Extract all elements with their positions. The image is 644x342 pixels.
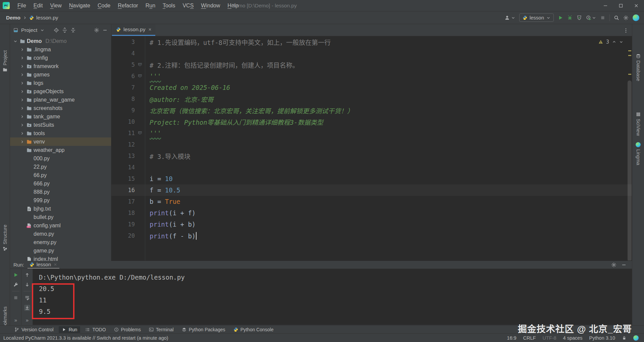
editor-gutter[interactable]: 11 <box>111 130 145 136</box>
editor-gutter[interactable]: 20 <box>111 232 145 239</box>
menu-tools[interactable]: Tools <box>159 0 179 11</box>
run-button[interactable] <box>558 15 563 20</box>
menu-file[interactable]: File <box>14 0 30 11</box>
fold-marker-icon[interactable] <box>135 74 145 78</box>
tree-item-enemy.py[interactable]: enemy.py <box>10 238 111 246</box>
run-config-select[interactable]: lesson <box>519 13 554 22</box>
tree-item-999.py[interactable]: 999.py <box>10 196 111 205</box>
code-line-11[interactable]: 11''' <box>111 127 632 139</box>
lock-icon[interactable] <box>622 336 627 340</box>
editor-gutter[interactable]: 14 <box>111 164 145 171</box>
soft-wrap-icon[interactable] <box>24 295 30 300</box>
code-line-13[interactable]: 13# 3.导入模块 <box>111 150 632 162</box>
warning-stripe-mark[interactable] <box>628 50 631 51</box>
tree-item-666.py[interactable]: 666.py <box>10 179 111 188</box>
tool-strip-sciview[interactable]: SciView <box>632 112 644 136</box>
fold-marker-icon[interactable] <box>138 63 142 67</box>
toolwindow-button-run[interactable]: Run <box>59 326 80 333</box>
run-tab-lesson[interactable]: lesson <box>28 261 59 269</box>
tree-item-logs[interactable]: logs <box>10 79 111 87</box>
tree-item-testSuits[interactable]: testSuits <box>10 121 111 129</box>
tree-item-demo.py[interactable]: demo.py <box>10 230 111 238</box>
status-file-encoding[interactable]: UTF-8 <box>542 335 556 341</box>
fold-marker-icon[interactable] <box>138 74 142 78</box>
tree-item-000.py[interactable]: 000.py <box>10 154 111 163</box>
code-line-6[interactable]: 6''' <box>111 70 632 82</box>
editor-gutter[interactable]: 17 <box>111 198 145 205</box>
status-interpreter[interactable]: Python 3.10 <box>589 335 615 341</box>
tree-item-Demo[interactable]: DemoD:\Demo <box>10 37 111 45</box>
status-indent-style[interactable]: 4 spaces <box>563 335 583 341</box>
editor-gutter[interactable]: 13 <box>111 153 145 159</box>
menu-navigate[interactable]: Navigate <box>65 0 94 11</box>
chevron-down-icon[interactable] <box>13 39 18 43</box>
warning-stripe-mark[interactable] <box>628 55 631 56</box>
chevron-right-icon[interactable] <box>19 98 25 102</box>
toolwindow-button-problems[interactable]: Problems <box>111 326 144 333</box>
chevron-down-icon[interactable] <box>40 28 44 32</box>
tree-item-config.yaml[interactable]: YMLconfig.yaml <box>10 221 111 230</box>
code-line-14[interactable]: 14 <box>111 162 632 173</box>
code-line-17[interactable]: 17b = True <box>111 196 632 207</box>
toolwindow-button-python-console[interactable]: Python Console <box>230 326 277 333</box>
editor-gutter[interactable]: 3 <box>111 39 145 45</box>
code-line-7[interactable]: 7Created on 2025-06-16 <box>111 82 632 93</box>
collapse-all-icon[interactable] <box>70 27 76 33</box>
chevron-right-icon[interactable] <box>19 48 25 52</box>
editor-gutter[interactable]: 10 <box>111 118 145 125</box>
chevron-right-icon[interactable] <box>19 81 25 85</box>
maximize-icon[interactable] <box>613 0 629 11</box>
run-settings-icon[interactable] <box>13 282 18 287</box>
search-everywhere-icon[interactable] <box>614 15 619 20</box>
tree-item-tank_game[interactable]: tank_game <box>10 112 111 121</box>
debug-button[interactable] <box>567 15 573 20</box>
tree-item-screenshots[interactable]: screenshots <box>10 104 111 112</box>
toolwindow-button-version-control[interactable]: Version Control <box>11 326 57 333</box>
toolwindow-button-terminal[interactable]: Terminal <box>146 326 177 333</box>
tree-item-index.html[interactable]: index.html <box>10 255 111 261</box>
next-warning-icon[interactable] <box>619 40 623 44</box>
close-icon[interactable] <box>53 263 57 267</box>
chevron-right-icon[interactable] <box>19 56 25 60</box>
tree-item-66.py[interactable]: 66.py <box>10 171 111 179</box>
tree-item-bullet.py[interactable]: bullet.py <box>10 213 111 221</box>
tree-item-plane_war_game[interactable]: plane_war_game <box>10 96 111 104</box>
tool-strip-database[interactable]: Database <box>632 54 644 81</box>
fold-marker-icon[interactable] <box>135 131 145 135</box>
code-line-5[interactable]: 5# 2.注释：包括记录创建时间，创建人，项目名称。 <box>111 59 632 70</box>
hide-run-panel-icon[interactable] <box>621 262 627 268</box>
code-line-4[interactable]: 4 <box>111 48 632 59</box>
code-line-16[interactable]: 16f = 10.5 <box>111 184 632 196</box>
lingma-icon[interactable] <box>633 14 639 21</box>
warning-count[interactable]: 3 <box>606 39 609 45</box>
tree-item-games[interactable]: games <box>10 70 111 79</box>
status-message[interactable]: Localized PyCharm 2021.3.3 is available … <box>0 335 168 341</box>
panel-options-gear-icon[interactable] <box>94 27 99 33</box>
tree-item-22.py[interactable]: 22.py <box>10 163 111 171</box>
more-actions-icon[interactable]: » <box>26 317 28 323</box>
code-line-10[interactable]: 10Project: Python零基础从入门到精通详细教程3-数据类型 <box>111 116 632 127</box>
tool-strip-project[interactable]: Project <box>0 50 10 72</box>
toolwindow-button-python-packages[interactable]: Python Packages <box>179 326 228 333</box>
editor-gutter[interactable]: 19 <box>111 221 145 228</box>
close-icon[interactable] <box>629 0 644 11</box>
chevron-right-icon[interactable] <box>19 123 25 127</box>
menu-view[interactable]: View <box>46 0 65 11</box>
tree-item-game.py[interactable]: game.py <box>10 246 111 255</box>
tree-item-framework[interactable]: framework <box>10 62 111 70</box>
code-line-12[interactable]: 12 <box>111 139 632 150</box>
user-menu-icon[interactable] <box>504 15 510 20</box>
tree-item-weather_app[interactable]: weather_app <box>10 146 111 154</box>
expand-all-icon[interactable] <box>62 27 67 33</box>
menu-refactor[interactable]: Refactor <box>114 0 142 11</box>
hide-panel-icon[interactable] <box>102 27 108 33</box>
editor-gutter[interactable]: 4 <box>111 50 145 57</box>
warning-stripe-mark[interactable] <box>628 74 631 75</box>
toolwindow-button-todo[interactable]: TODO <box>82 326 109 333</box>
editor-gutter[interactable]: 15 <box>111 175 145 182</box>
menu-edit[interactable]: Edit <box>30 0 47 11</box>
menu-vcs[interactable]: VCS <box>179 0 197 11</box>
chevron-right-icon[interactable] <box>19 90 25 94</box>
chevron-down-icon[interactable] <box>592 16 596 20</box>
close-tab-icon[interactable] <box>148 27 152 32</box>
